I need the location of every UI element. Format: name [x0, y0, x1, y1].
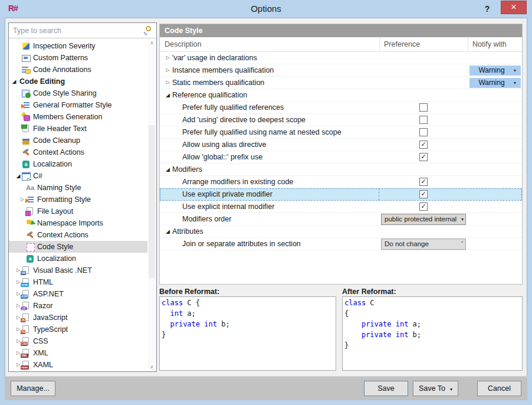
expander-expanded-icon[interactable]: ◢: [165, 226, 171, 237]
search-input[interactable]: [9, 23, 156, 38]
option-description: ▷Static members qualification: [160, 77, 379, 89]
sidebar-item-visual-basic-net[interactable]: ▷VBVisual Basic .NET: [9, 264, 156, 276]
sidebar-item-namespace-imports[interactable]: Namespace Imports: [9, 217, 156, 229]
option-row-modifiers-order[interactable]: Modifiers orderpublic protected internal…: [160, 213, 522, 226]
help-button[interactable]: ?: [481, 2, 493, 15]
option-label: Static members qualification: [172, 77, 264, 89]
option-label: Use explicit private modifier: [182, 188, 272, 200]
column-header-preference[interactable]: Preference: [379, 37, 468, 51]
sidebar-item-members-generation[interactable]: Members Generation: [9, 111, 156, 123]
code-text: [162, 320, 170, 328]
checkbox-unchecked[interactable]: [419, 116, 428, 124]
sidebar-item-naming-style[interactable]: Naming Style: [9, 182, 156, 194]
code-line: }: [162, 329, 334, 340]
expander-collapsed-icon[interactable]: ▷: [15, 300, 21, 312]
sidebar-item-javascript[interactable]: ▷JSJavaScript: [9, 312, 156, 324]
preference-dropdown[interactable]: public protected internal▾: [381, 214, 466, 225]
column-header-description[interactable]: Description: [160, 37, 379, 51]
dropdown-arrow-icon: ▾: [514, 66, 521, 76]
tree-scrollbar[interactable]: ∧ ∨: [147, 39, 156, 371]
sidebar-item-localization[interactable]: Localization: [9, 158, 156, 170]
notify-dropdown[interactable]: Warning▾: [469, 78, 521, 88]
option-row-modifiers[interactable]: ◢Modifiers: [160, 164, 522, 176]
scrollbar-thumb[interactable]: [149, 125, 155, 278]
sidebar-item-file-layout[interactable]: File Layout: [9, 205, 156, 217]
column-header-notify-with[interactable]: Notify with: [468, 37, 522, 51]
sidebar-item-context-actions[interactable]: Context Actions: [9, 146, 156, 158]
sidebar-item-typescript[interactable]: ▷TSTypeScript: [9, 324, 156, 335]
option-row-attributes[interactable]: ◢Attributes: [160, 226, 522, 238]
sidebar-item-c#[interactable]: ◢C#: [9, 170, 156, 182]
option-row-prefer-fully-qualified-using-name-at-nested-scope[interactable]: Prefer fully qualified using name at nes…: [160, 126, 522, 139]
sidebar-item-code-annotations[interactable]: Code Annotations: [9, 64, 156, 76]
preference-dropdown[interactable]: Do not change˅: [381, 239, 466, 250]
sidebar-item-css[interactable]: ▷CSSCSS: [9, 335, 156, 347]
checkbox-checked[interactable]: ✓: [419, 141, 428, 149]
save-button[interactable]: Save: [364, 381, 408, 396]
option-row-add-using-directive-to-deepest-scope[interactable]: Add 'using' directive to deepest scope: [160, 114, 522, 126]
option-row-use-explicit-private-modifier[interactable]: Use explicit private modifier✓: [160, 188, 522, 201]
manage-button[interactable]: Manage...: [11, 381, 55, 396]
code-line: }: [344, 340, 520, 351]
sidebar-item-context-actions[interactable]: Context Actions: [9, 229, 156, 241]
sidebar-item-localization[interactable]: Localization: [9, 253, 156, 264]
sidebar-item-label: Code Style Sharing: [33, 87, 97, 99]
sidebar-item-code-editing[interactable]: ◢Code Editing: [9, 76, 156, 87]
expander-expanded-icon[interactable]: ◢: [165, 164, 171, 175]
sidebar-item-custom-patterns[interactable]: Custom Patterns: [9, 52, 156, 64]
preference-cell: [379, 126, 468, 138]
sidebar-item-code-cleanup[interactable]: Code Cleanup: [9, 135, 156, 146]
preference-cell: public protected internal▾: [379, 213, 468, 225]
option-row-var-usage-in-declarations[interactable]: ▷'var' usage in declarations: [160, 52, 522, 64]
sidebar-item-label: File Header Text: [33, 123, 87, 135]
sidebar-item-code-style[interactable]: Code Style: [9, 241, 156, 253]
sidebar-item-html[interactable]: ▷HTMLHTML: [9, 276, 156, 288]
code-line: {: [344, 308, 520, 319]
sidebar-item-code-style-sharing[interactable]: Code Style Sharing: [9, 87, 156, 99]
checkbox-checked[interactable]: ✓: [419, 203, 428, 211]
expander-expanded-icon[interactable]: ◢: [11, 76, 17, 87]
sidebar-item-razor[interactable]: ▷@Razor: [9, 300, 156, 312]
expander-expanded-icon[interactable]: ◢: [15, 170, 21, 182]
sidebar-item-inspection-severity[interactable]: Inspection Severity: [9, 40, 156, 52]
option-row-instance-members-qualification[interactable]: ▷Instance members qualificationWarning▾: [160, 64, 522, 77]
option-row-allow-using-alias-directive[interactable]: Allow using alias directive✓: [160, 139, 522, 151]
code-cleanup-icon: [21, 136, 31, 145]
option-row-use-explicit-internal-modifier[interactable]: Use explicit internal modifier✓: [160, 201, 522, 213]
preference-cell: ✓: [379, 188, 468, 200]
formatter-style-icon: [21, 100, 31, 110]
option-description: Allow using alias directive: [160, 139, 379, 151]
checkbox-checked[interactable]: ✓: [419, 153, 428, 161]
option-row-arrange-modifiers-in-existing-code[interactable]: Arrange modifiers in existing code✓: [160, 176, 522, 188]
cancel-button[interactable]: Cancel: [477, 381, 521, 396]
expander-collapsed-icon[interactable]: ▷: [165, 64, 171, 76]
expander-collapsed-icon[interactable]: ▷: [165, 77, 171, 89]
option-row-reference-qualification[interactable]: ◢Reference qualification: [160, 89, 522, 102]
option-row-prefer-fully-qualified-references[interactable]: Prefer fully qualified references: [160, 102, 522, 114]
expander-collapsed-icon[interactable]: ▷: [19, 194, 25, 205]
scroll-up-icon[interactable]: ∧: [147, 39, 156, 47]
scroll-down-icon[interactable]: ∨: [147, 363, 156, 371]
notify-dropdown[interactable]: Warning▾: [469, 66, 521, 76]
code-text: }: [344, 341, 349, 350]
close-button[interactable]: ✕: [501, 1, 527, 14]
sidebar-item-file-header-text[interactable]: File Header Text: [9, 123, 156, 135]
sidebar-item-asp-net[interactable]: ▷ASPASP.NET: [9, 288, 156, 300]
checkbox-unchecked[interactable]: [419, 128, 428, 136]
checkbox-checked[interactable]: ✓: [419, 190, 428, 198]
sidebar-item-xaml[interactable]: ▷XAMLXAML: [9, 359, 156, 371]
expander-collapsed-icon[interactable]: ▷: [165, 52, 171, 64]
option-row-static-members-qualification[interactable]: ▷Static members qualificationWarning▾: [160, 77, 522, 89]
option-label: Allow using alias directive: [182, 139, 266, 151]
option-row-join-or-separate-attributes-in-section[interactable]: Join or separate attributes in sectionDo…: [160, 238, 522, 250]
option-row-allow-global-prefix-use[interactable]: Allow 'global::' prefix use✓: [160, 151, 522, 164]
checkbox-unchecked[interactable]: [419, 103, 428, 112]
sidebar-item-formatting-style[interactable]: ▷Formatting Style: [9, 194, 156, 205]
file-type-badge: TS: [21, 330, 25, 334]
sidebar-item-general-formatter-style[interactable]: General Formatter Style: [9, 99, 156, 111]
checkbox-checked[interactable]: ✓: [419, 178, 428, 186]
save-to-button[interactable]: Save To▾: [413, 381, 458, 396]
sidebar-item-xml[interactable]: ▷XMLXML: [9, 347, 156, 359]
expander-expanded-icon[interactable]: ◢: [165, 89, 171, 101]
naming-style-icon: [25, 183, 35, 192]
